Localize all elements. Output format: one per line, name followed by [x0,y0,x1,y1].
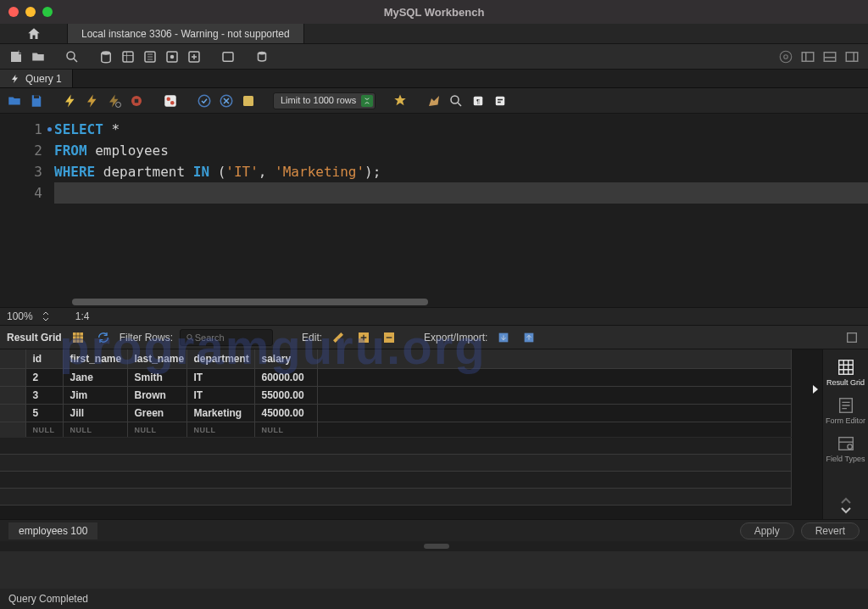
table-row-null: NULLNULLNULLNULLNULL [0,422,792,438]
code-area[interactable]: SELECT * FROM employees WHERE department… [54,114,868,307]
svg-point-29 [187,334,192,338]
result-toolbar: Result Grid Filter Rows: Edit: Export/Im… [0,326,868,349]
settings-icon[interactable] [776,47,795,66]
collapse-side-icon[interactable] [810,383,821,398]
add-row-icon[interactable] [354,328,373,347]
status-text: Query Completed [8,593,88,605]
save-file-icon[interactable] [27,92,46,110]
explain-icon[interactable] [105,92,124,110]
minimize-window-button[interactable] [25,7,36,17]
wrap-icon[interactable] [491,92,509,110]
db-icon-1[interactable] [97,47,115,66]
limit-rows-select[interactable]: Limit to 1000 rows [273,92,376,109]
bottom-hscrollbar[interactable] [0,541,868,551]
svg-point-19 [167,97,171,101]
invisible-chars-icon[interactable]: ¶ [469,92,487,110]
svg-point-20 [170,101,175,105]
svg-point-24 [451,96,459,103]
grid-icon [837,358,855,377]
svg-rect-14 [34,95,39,98]
col-salary[interactable]: salary [254,349,317,369]
table-row: 3JimBrownIT55000.00 [0,387,792,405]
edit-row-icon[interactable] [329,328,348,347]
panel-left-icon[interactable] [798,47,817,66]
svg-rect-18 [164,95,176,107]
home-tab[interactable] [0,24,68,43]
new-sql-tab-icon[interactable] [7,47,25,66]
stop-icon[interactable] [127,92,146,110]
side-result-grid[interactable]: Result Grid [826,355,866,391]
close-window-button[interactable] [8,7,19,17]
col-id[interactable]: id [25,349,63,369]
window-title: MySQL Workbench [0,6,868,19]
zoom-window-button[interactable] [42,7,53,17]
rollback-icon[interactable] [217,92,236,110]
side-scroll-icon[interactable] [839,497,853,514]
svg-rect-7 [223,52,233,61]
sql-editor[interactable]: 1 2 3 4 SELECT * FROM employees WHERE de… [0,114,868,307]
result-grid-label: Result Grid [7,332,62,344]
query-tab-bar: Query 1 [0,70,868,88]
svg-rect-13 [846,52,858,61]
delete-row-icon[interactable] [380,328,398,347]
table-row: 5JillGreenMarketing45000.00 [0,405,792,422]
connection-tab[interactable]: Local instance 3306 - Warning - not supp… [68,24,304,43]
col-last-name[interactable]: last_name [127,349,186,369]
query-tab[interactable]: Query 1 [0,70,73,87]
result-side-panel: Result Grid Form Editor Field Types [822,349,868,519]
col-first-name[interactable]: first_name [63,349,127,369]
execute-all-icon[interactable] [61,92,80,110]
refresh-icon[interactable] [94,328,113,347]
commit-icon[interactable] [195,92,214,110]
result-table[interactable]: id first_name last_name department salar… [0,349,822,519]
server-icon[interactable] [253,47,271,66]
db-icon-4[interactable] [163,47,181,66]
side-form-editor[interactable]: Form Editor [826,393,866,429]
svg-point-10 [784,54,788,59]
wrap-cell-icon[interactable] [843,328,861,347]
filter-rows-label: Filter Rows: [120,332,173,344]
side-field-types[interactable]: Field Types [826,431,866,467]
autocommit-icon[interactable] [239,92,258,110]
db-icon-3[interactable] [141,47,159,66]
panel-bottom-icon[interactable] [821,47,839,66]
grid-view-icon[interactable] [69,328,87,347]
db-icon-2[interactable] [119,47,137,66]
search-icon [186,332,195,343]
open-file-icon[interactable] [5,92,24,110]
toggle-icon[interactable] [161,92,180,110]
revert-button[interactable]: Revert [801,522,860,539]
favorite-icon[interactable] [391,92,409,110]
titlebar: MySQL Workbench [0,0,868,24]
filter-search-input[interactable] [180,329,273,346]
db-icon-5[interactable] [185,47,203,66]
panel-right-icon[interactable] [843,47,861,66]
editor-hscrollbar[interactable] [72,299,860,307]
export-import-label: Export/Import: [424,332,487,344]
home-icon [26,26,42,42]
export-icon[interactable] [494,328,513,347]
connection-tab-bar: Local instance 3306 - Warning - not supp… [0,24,868,44]
col-department[interactable]: department [186,349,254,369]
edit-label: Edit: [302,332,322,344]
query-tab-label: Query 1 [25,73,62,85]
svg-point-1 [102,51,111,55]
inspector-icon[interactable] [63,47,81,66]
execute-current-icon[interactable] [83,92,102,110]
zoom-stepper-icon[interactable] [42,311,50,321]
reconnect-icon[interactable] [219,47,237,66]
zoom-level: 100% [7,310,33,322]
svg-rect-11 [802,52,814,61]
lightning-icon [10,74,20,84]
apply-button[interactable]: Apply [740,522,794,539]
result-tab[interactable]: employees 100 [8,522,97,539]
beautify-icon[interactable] [425,92,443,110]
find-icon[interactable] [447,92,465,110]
apply-bar: employees 100 Apply Revert [0,519,868,541]
svg-point-38 [847,444,852,450]
open-sql-icon[interactable] [29,47,47,66]
svg-rect-34 [848,332,857,342]
svg-text:¶: ¶ [476,98,480,105]
svg-rect-23 [243,96,253,106]
import-icon[interactable] [520,328,538,347]
